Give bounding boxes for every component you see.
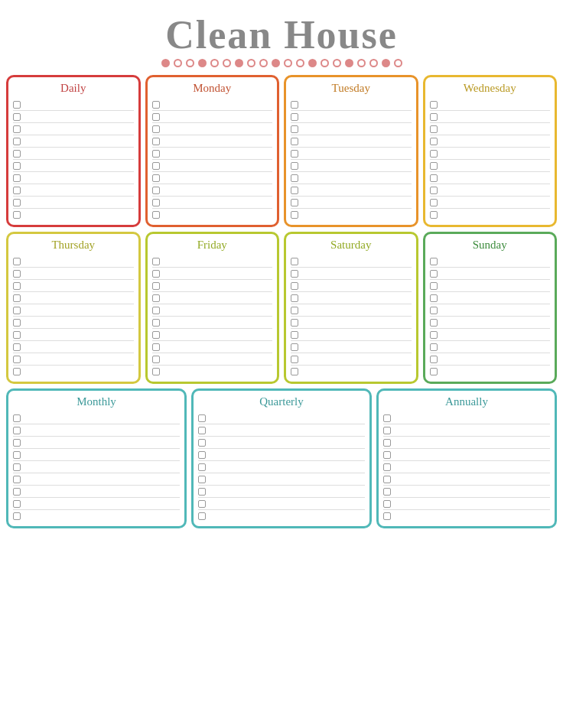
checkbox[interactable] [291, 199, 298, 206]
checkbox[interactable] [152, 356, 160, 363]
check-row[interactable] [152, 111, 273, 123]
checkbox[interactable] [152, 113, 160, 121]
checkbox[interactable] [13, 500, 21, 508]
check-row[interactable] [152, 209, 273, 220]
check-row[interactable] [152, 197, 273, 209]
checkbox[interactable] [152, 319, 160, 327]
check-row[interactable] [13, 366, 134, 377]
check-row[interactable] [13, 255, 134, 268]
check-row[interactable] [291, 135, 412, 148]
check-row[interactable] [291, 292, 412, 304]
check-row[interactable] [152, 280, 273, 292]
check-row[interactable] [291, 197, 412, 209]
check-row[interactable] [13, 461, 180, 473]
checkbox[interactable] [13, 187, 21, 194]
checkbox[interactable] [152, 368, 160, 375]
checkbox[interactable] [152, 307, 160, 314]
check-row[interactable] [430, 353, 551, 366]
checkbox[interactable] [152, 294, 160, 302]
check-row[interactable] [430, 160, 551, 172]
checkbox[interactable] [430, 258, 438, 265]
check-row[interactable] [430, 135, 551, 148]
checkbox[interactable] [152, 211, 160, 219]
check-row[interactable] [430, 366, 551, 377]
check-row[interactable] [13, 111, 134, 123]
checkbox[interactable] [13, 463, 21, 471]
check-row[interactable] [198, 449, 365, 461]
check-row[interactable] [430, 209, 551, 220]
checkbox[interactable] [13, 307, 21, 314]
checkbox[interactable] [13, 451, 21, 459]
checkbox[interactable] [13, 199, 21, 206]
checkbox[interactable] [383, 476, 391, 483]
checkbox[interactable] [13, 427, 21, 434]
check-row[interactable] [152, 317, 273, 329]
checkbox[interactable] [430, 356, 438, 363]
check-row[interactable] [13, 292, 134, 304]
check-row[interactable] [430, 184, 551, 197]
checkbox[interactable] [291, 113, 298, 121]
checkbox[interactable] [430, 113, 438, 121]
check-row[interactable] [198, 498, 365, 510]
checkbox[interactable] [430, 187, 438, 194]
checkbox[interactable] [13, 150, 21, 158]
check-row[interactable] [430, 172, 551, 184]
check-row[interactable] [291, 329, 412, 341]
checkbox[interactable] [152, 162, 160, 170]
checkbox[interactable] [430, 270, 438, 278]
checkbox[interactable] [291, 331, 298, 339]
check-row[interactable] [291, 353, 412, 366]
check-row[interactable] [383, 510, 550, 522]
checkbox[interactable] [383, 463, 391, 471]
checkbox[interactable] [291, 211, 298, 219]
checkbox[interactable] [430, 150, 438, 158]
check-row[interactable] [383, 424, 550, 437]
check-row[interactable] [152, 135, 273, 148]
checkbox[interactable] [13, 125, 21, 133]
check-row[interactable] [198, 510, 365, 522]
check-row[interactable] [291, 111, 412, 123]
checkbox[interactable] [152, 258, 160, 265]
checkbox[interactable] [13, 113, 21, 121]
checkbox[interactable] [13, 343, 21, 351]
check-row[interactable] [13, 172, 134, 184]
checkbox[interactable] [13, 439, 21, 447]
checkbox[interactable] [430, 174, 438, 182]
check-row[interactable] [152, 255, 273, 268]
check-row[interactable] [430, 123, 551, 135]
check-row[interactable] [430, 111, 551, 123]
checkbox[interactable] [13, 488, 21, 496]
check-row[interactable] [291, 172, 412, 184]
checkbox[interactable] [291, 258, 298, 265]
check-row[interactable] [152, 148, 273, 160]
check-row[interactable] [198, 424, 365, 437]
checkbox[interactable] [13, 270, 21, 278]
checkbox[interactable] [152, 125, 160, 133]
check-row[interactable] [430, 255, 551, 268]
checkbox[interactable] [13, 294, 21, 302]
checkbox[interactable] [13, 512, 21, 520]
checkbox[interactable] [291, 307, 298, 314]
checkbox[interactable] [198, 414, 206, 422]
checkbox[interactable] [152, 174, 160, 182]
check-row[interactable] [13, 449, 180, 461]
checkbox[interactable] [13, 319, 21, 327]
check-row[interactable] [152, 268, 273, 280]
checkbox[interactable] [383, 512, 391, 520]
check-row[interactable] [291, 255, 412, 268]
check-row[interactable] [152, 292, 273, 304]
checkbox[interactable] [13, 282, 21, 290]
checkbox[interactable] [430, 125, 438, 133]
checkbox[interactable] [13, 138, 21, 145]
checkbox[interactable] [291, 270, 298, 278]
checkbox[interactable] [13, 101, 21, 109]
check-row[interactable] [291, 268, 412, 280]
checkbox[interactable] [152, 282, 160, 290]
check-row[interactable] [152, 99, 273, 111]
check-row[interactable] [152, 304, 273, 317]
checkbox[interactable] [198, 439, 206, 447]
check-row[interactable] [13, 123, 134, 135]
check-row[interactable] [152, 329, 273, 341]
checkbox[interactable] [152, 101, 160, 109]
check-row[interactable] [13, 510, 180, 522]
